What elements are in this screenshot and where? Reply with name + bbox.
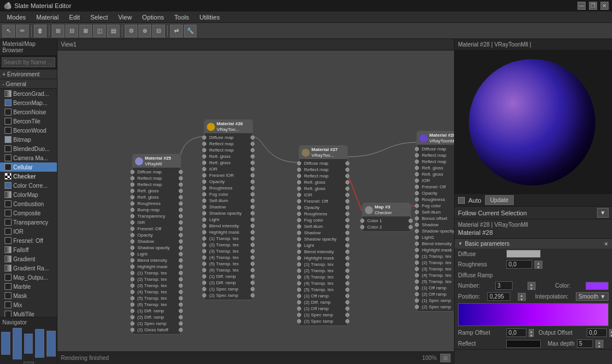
mat-node-map3[interactable]: Map #3CheckerColor 1Color 2: [362, 203, 411, 232]
port-right[interactable]: [179, 252, 183, 256]
browser-item[interactable]: BerconNoise: [0, 107, 57, 117]
port-right[interactable]: [345, 212, 349, 216]
port-right[interactable]: [251, 262, 255, 266]
port-right[interactable]: [345, 237, 349, 241]
browser-item[interactable]: BlendedDuo...: [0, 144, 57, 153]
port-right[interactable]: [179, 227, 183, 231]
roughness-spinner[interactable]: ▲ ▼: [534, 261, 542, 269]
port-right[interactable]: [251, 268, 255, 272]
port-right[interactable]: [409, 225, 413, 229]
tool-btn2[interactable]: ⊟: [66, 25, 78, 37]
mat-node-mat25[interactable]: Material #25VRayMllDiffuse mapReflect ma…: [132, 154, 181, 335]
max-depth-spinner[interactable]: ▲ ▼: [595, 340, 603, 348]
port-right[interactable]: [251, 293, 255, 297]
browser-item[interactable]: BerconWood: [0, 126, 57, 135]
port-right[interactable]: [179, 315, 183, 319]
basic-params-header[interactable]: ▼ Basic parameters ✕: [455, 239, 612, 249]
port-right[interactable]: [251, 249, 255, 253]
zoom-fit-btn[interactable]: ⊞: [440, 354, 451, 362]
port-right[interactable]: [345, 224, 349, 229]
port-right[interactable]: [179, 170, 183, 174]
port-right[interactable]: [179, 290, 183, 294]
port-right[interactable]: [345, 294, 349, 298]
port-right[interactable]: [345, 206, 349, 210]
port-right[interactable]: [179, 265, 183, 269]
port-right[interactable]: [345, 262, 349, 266]
port-right[interactable]: [345, 199, 349, 203]
tool-btn5[interactable]: ▤: [107, 25, 120, 37]
port-right[interactable]: [251, 281, 255, 285]
browser-item[interactable]: Fresnel: Off: [0, 236, 57, 245]
port-right[interactable]: [251, 287, 255, 291]
port-right[interactable]: [345, 281, 349, 285]
port-right[interactable]: [179, 202, 183, 206]
update-button[interactable]: Update: [485, 195, 514, 205]
port-right[interactable]: [179, 176, 183, 180]
port-right[interactable]: [251, 243, 255, 247]
port-right[interactable]: [179, 189, 183, 193]
browser-item[interactable]: MultiTile: [0, 309, 57, 317]
port-right[interactable]: [345, 256, 349, 260]
tool-layout[interactable]: ⊟: [152, 25, 165, 37]
port-right[interactable]: [179, 183, 183, 187]
port-right[interactable]: [251, 167, 255, 171]
browser-item[interactable]: Map_Outpu...: [0, 273, 57, 282]
collapse-icon[interactable]: ✕: [604, 241, 609, 247]
output-offset-input[interactable]: [587, 328, 607, 337]
mat-node-mat28[interactable]: Material #28VRayToonMllDiffuse mapReflec…: [417, 131, 454, 312]
port-right[interactable]: [345, 275, 349, 279]
tool-btn1[interactable]: ⊞: [52, 25, 64, 37]
port-right[interactable]: [345, 180, 349, 184]
port-right[interactable]: [251, 224, 255, 228]
port-right[interactable]: [179, 220, 183, 224]
port-right[interactable]: [345, 313, 349, 317]
menu-item-modes[interactable]: Modes: [2, 13, 30, 22]
port-right[interactable]: [251, 135, 255, 140]
minimize-button[interactable]: —: [578, 2, 586, 10]
tool-btn4[interactable]: ◫: [93, 25, 106, 37]
port-right[interactable]: [179, 296, 183, 300]
browser-item[interactable]: Checker: [0, 172, 57, 181]
diffuse-color[interactable]: [506, 250, 541, 258]
browser-item[interactable]: Mix: [0, 300, 57, 309]
port-right[interactable]: [179, 258, 183, 262]
port-right[interactable]: [345, 168, 349, 172]
restore-button[interactable]: ❐: [589, 2, 597, 10]
browser-section-general[interactable]: - General: [0, 79, 57, 89]
browser-item[interactable]: Color Corre...: [0, 181, 57, 190]
mat-node-mat27[interactable]: Material #27VRayToo...Diffuse mapReflect…: [299, 145, 348, 326]
port-right[interactable]: [179, 195, 183, 199]
port-right[interactable]: [251, 173, 255, 177]
port-right[interactable]: [251, 199, 255, 203]
port-right[interactable]: [345, 319, 349, 323]
position-spinner[interactable]: ▲ ▼: [518, 293, 526, 301]
browser-item[interactable]: Marble: [0, 282, 57, 291]
port-right[interactable]: [251, 230, 255, 234]
port-right[interactable]: [251, 237, 255, 241]
mat-node-mat26[interactable]: Material #26VRayToo...Diffuse mapReflect…: [204, 119, 253, 300]
port-right[interactable]: [345, 307, 349, 311]
browser-item[interactable]: BerconTile: [0, 117, 57, 126]
port-right[interactable]: [251, 255, 255, 260]
port-right[interactable]: [345, 161, 349, 165]
browser-item[interactable]: ColorMap: [0, 190, 57, 199]
port-right[interactable]: [345, 250, 349, 254]
browser-item[interactable]: Composite: [0, 208, 57, 218]
port-right[interactable]: [345, 187, 349, 191]
tool-btn8[interactable]: ⇄: [170, 25, 183, 37]
tool-btn6[interactable]: ⚙: [125, 25, 137, 37]
output-offset-spinner[interactable]: ▲ ▼: [609, 329, 612, 337]
tool-btn7[interactable]: ⊕: [138, 25, 151, 37]
tool-cursor[interactable]: ↖: [2, 25, 15, 37]
port-right[interactable]: [251, 192, 255, 196]
follow-dropdown[interactable]: ▼: [597, 208, 609, 218]
port-right[interactable]: [179, 246, 183, 250]
port-right[interactable]: [179, 309, 183, 313]
roughness-input[interactable]: [506, 260, 532, 269]
port-right[interactable]: [345, 243, 349, 247]
browser-item[interactable]: Falloff: [0, 245, 57, 254]
interpolation-dropdown[interactable]: Smooth ▼: [576, 292, 609, 301]
browser-item[interactable]: Gradient: [0, 254, 57, 264]
port-right[interactable]: [179, 271, 183, 275]
max-depth-input[interactable]: [577, 339, 593, 348]
